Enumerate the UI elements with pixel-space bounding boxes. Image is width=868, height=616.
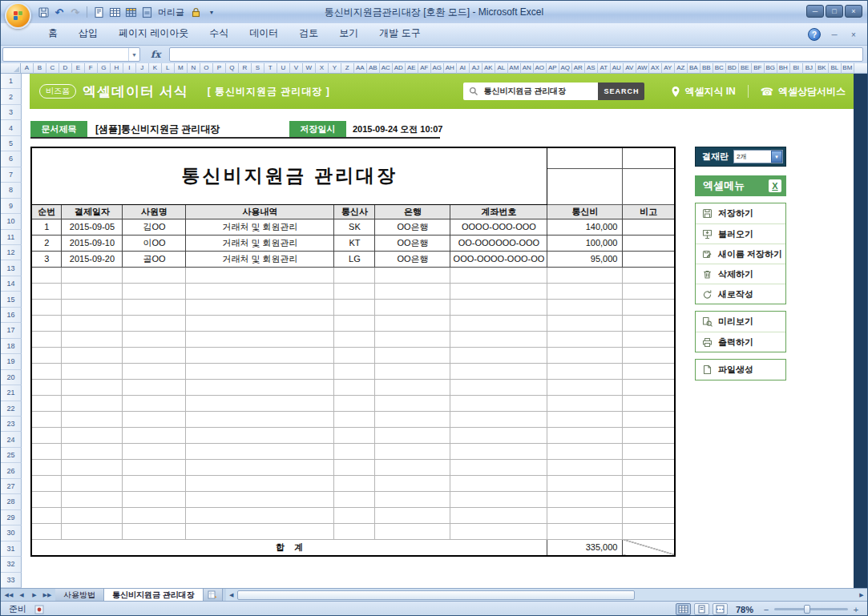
approval-select[interactable]: 2개 ▼	[733, 150, 783, 163]
row-header-31[interactable]: 31	[1, 542, 22, 557]
search-button[interactable]: SEARCH	[598, 83, 644, 100]
ledger-empty-cell[interactable]	[623, 459, 675, 475]
ledger-empty-cell[interactable]	[375, 395, 450, 411]
column-header-av[interactable]: AV	[624, 63, 636, 74]
column-header-j[interactable]: J	[136, 63, 149, 74]
ledger-empty-cell[interactable]	[623, 411, 675, 427]
ledger-empty-cell[interactable]	[31, 315, 62, 331]
ribbon-tab-developer[interactable]: 개발 도구	[369, 22, 430, 45]
sheet-tab-1[interactable]: 사용방법	[55, 589, 104, 601]
ledger-empty-cell[interactable]	[62, 363, 123, 379]
ledger-empty-cell[interactable]	[186, 347, 334, 363]
qat-dropdown-icon[interactable]: ▼	[204, 5, 219, 19]
column-header-ai[interactable]: AI	[457, 63, 470, 74]
ledger-empty-cell[interactable]	[547, 347, 623, 363]
ledger-empty-cell[interactable]	[547, 507, 623, 523]
column-header-ao[interactable]: AO	[534, 63, 547, 74]
ledger-empty-cell[interactable]	[450, 443, 547, 459]
ledger-empty-cell[interactable]	[62, 379, 123, 395]
ribbon-tab-formulas[interactable]: 수식	[199, 22, 239, 45]
save-icon[interactable]	[36, 5, 50, 19]
row-header-23[interactable]: 23	[1, 417, 22, 432]
ledger-empty-cell[interactable]	[123, 459, 186, 475]
ledger-empty-cell[interactable]	[62, 267, 123, 283]
minimize-icon[interactable]: ─	[806, 5, 824, 18]
ledger-empty-cell[interactable]	[623, 427, 675, 443]
ledger-empty-cell[interactable]	[547, 267, 623, 283]
ledger-cell[interactable]: 거래처 및 회원관리	[186, 235, 334, 251]
vertical-scrollbar[interactable]	[854, 74, 867, 588]
ledger-empty-cell[interactable]	[62, 283, 123, 299]
ledger-empty-cell[interactable]	[186, 459, 334, 475]
column-header-an[interactable]: AN	[521, 63, 534, 74]
ribbon-tab-insert[interactable]: 삽입	[68, 22, 108, 45]
ledger-empty-cell[interactable]	[123, 283, 186, 299]
column-header-ax[interactable]: AX	[649, 63, 662, 74]
ledger-empty-cell[interactable]	[450, 427, 547, 443]
approval-cell[interactable]	[547, 168, 623, 204]
ledger-cell[interactable]: 140,000	[547, 219, 623, 235]
ledger-empty-cell[interactable]	[547, 363, 623, 379]
row-header-6[interactable]: 6	[1, 151, 22, 167]
search-input[interactable]: 통신비지원금 관리대장	[463, 83, 598, 100]
ledger-empty-cell[interactable]	[450, 491, 547, 507]
ledger-empty-cell[interactable]	[334, 299, 375, 315]
ledger-cell[interactable]: 거래처 및 회원관리	[186, 251, 334, 267]
ledger-empty-cell[interactable]	[123, 427, 186, 443]
menu-item-file[interactable]: 파일생성	[696, 360, 785, 380]
ledger-cell[interactable]: 100,000	[547, 235, 623, 251]
ledger-empty-cell[interactable]	[123, 315, 186, 331]
column-header-b[interactable]: B	[34, 63, 46, 74]
ledger-empty-cell[interactable]	[123, 363, 186, 379]
page-break-view-icon[interactable]	[713, 603, 728, 615]
column-header-bd[interactable]: BD	[726, 63, 739, 74]
ledger-empty-cell[interactable]	[547, 299, 623, 315]
column-header-aj[interactable]: AJ	[470, 63, 482, 74]
row-header-29[interactable]: 29	[1, 510, 22, 525]
horizontal-scroll-thumb[interactable]	[237, 590, 635, 600]
column-header-at[interactable]: AT	[598, 63, 611, 74]
column-header-aq[interactable]: AQ	[559, 63, 572, 74]
ledger-empty-cell[interactable]	[547, 491, 623, 507]
ledger-empty-cell[interactable]	[623, 283, 675, 299]
ledger-header-cell[interactable]: 결제일자	[62, 204, 123, 219]
ledger-empty-cell[interactable]	[31, 395, 62, 411]
ledger-empty-cell[interactable]	[375, 475, 450, 491]
row-header-28[interactable]: 28	[1, 494, 22, 509]
menu-item-save-as[interactable]: 새이름 저장하기	[696, 244, 785, 264]
ledger-empty-cell[interactable]	[123, 411, 186, 427]
doc-title-value[interactable]: [샘플]통신비지원금 관리대장	[87, 121, 289, 137]
ledger-empty-cell[interactable]	[62, 443, 123, 459]
styled-table-icon[interactable]	[123, 5, 138, 19]
normal-view-icon[interactable]	[676, 603, 691, 615]
ribbon-tab-home[interactable]: 홈	[38, 22, 68, 45]
ledger-empty-cell[interactable]	[62, 491, 123, 507]
column-header-t[interactable]: T	[264, 63, 277, 74]
column-header-y[interactable]: Y	[329, 63, 341, 74]
ledger-empty-cell[interactable]	[547, 331, 623, 347]
ledger-empty-cell[interactable]	[375, 315, 450, 331]
column-header-n[interactable]: N	[188, 63, 200, 74]
ledger-cell[interactable]	[623, 235, 675, 251]
ledger-empty-cell[interactable]	[450, 347, 547, 363]
column-header-v[interactable]: V	[290, 63, 303, 74]
name-box-dropdown-icon[interactable]: ▼	[128, 48, 139, 61]
ledger-empty-cell[interactable]	[186, 427, 334, 443]
ledger-empty-cell[interactable]	[450, 395, 547, 411]
ledger-empty-cell[interactable]	[334, 283, 375, 299]
ledger-empty-cell[interactable]	[31, 267, 62, 283]
restore-icon[interactable]: □	[826, 5, 843, 18]
redo-icon[interactable]: ↷	[68, 5, 83, 19]
ledger-empty-cell[interactable]	[450, 299, 547, 315]
column-header-bm[interactable]: BM	[842, 63, 854, 74]
ledger-empty-cell[interactable]	[450, 283, 547, 299]
fx-icon[interactable]: fx	[140, 49, 169, 60]
ledger-empty-cell[interactable]	[186, 379, 334, 395]
ledger-empty-cell[interactable]	[62, 299, 123, 315]
ledger-empty-cell[interactable]	[334, 331, 375, 347]
row-header-5[interactable]: 5	[1, 136, 22, 151]
ledger-empty-cell[interactable]	[547, 411, 623, 427]
ledger-cell[interactable]: 거래처 및 회원관리	[186, 219, 334, 235]
ledger-cell[interactable]: 2015-09-05	[62, 219, 123, 235]
row-header-15[interactable]: 15	[1, 292, 22, 307]
